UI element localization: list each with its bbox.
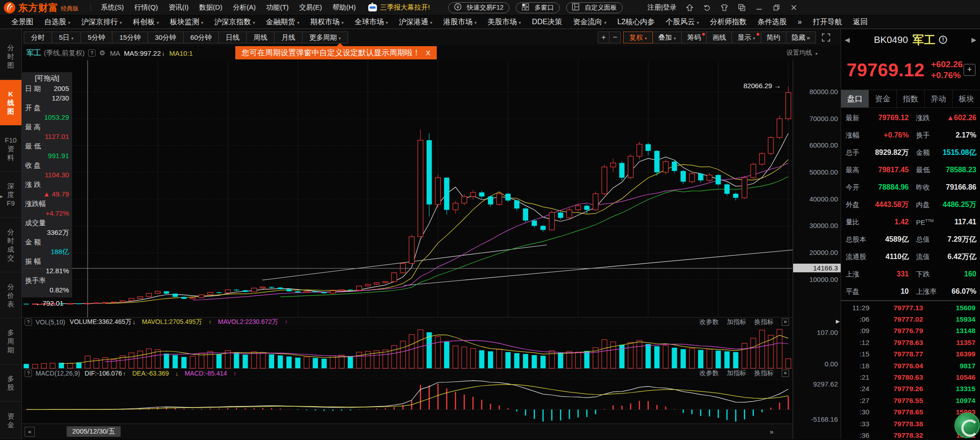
home-icon[interactable]: [686, 4, 694, 11]
indicator-action-0[interactable]: 改参数: [699, 318, 719, 326]
control-简约[interactable]: 简约: [761, 32, 786, 43]
indicator-action-1[interactable]: 加指标: [727, 369, 746, 377]
floating-widget-icon[interactable]: [954, 413, 980, 438]
volume-chart[interactable]: [22, 327, 793, 369]
nav-item-8[interactable]: 全球市场▾: [355, 17, 388, 27]
kline-chart[interactable]: [可拖动] 日 期200512/30开 盘1053.29最 高1127.01最 …: [22, 60, 793, 317]
nav-item-2[interactable]: 沪深京排行▾: [81, 17, 122, 27]
sidebar-tab-1[interactable]: K线图: [0, 80, 21, 126]
nav-item-18[interactable]: »: [798, 18, 802, 26]
pill-custom-panel[interactable]: 自定义面板: [566, 2, 623, 13]
sidebar-tab-5[interactable]: 分价表: [0, 272, 21, 318]
add-to-watchlist-button[interactable]: +: [964, 64, 975, 76]
sidebar-tab-7[interactable]: 多股: [0, 365, 21, 402]
sidebar-tab-0[interactable]: 分时图: [0, 34, 21, 80]
control-画线[interactable]: 画线: [706, 32, 732, 43]
close-icon[interactable]: [790, 4, 798, 11]
quote-tab-盘口[interactable]: 盘口: [841, 90, 869, 107]
menu-item-3[interactable]: 数据(D): [199, 3, 222, 12]
indicator-action-2[interactable]: 换指标: [754, 318, 773, 326]
menu-item-2[interactable]: 资讯(I): [169, 3, 189, 12]
fullscreen-button[interactable]: [820, 32, 832, 43]
tick-list[interactable]: 11:2979777.1315609:0679777.0215934:09797…: [841, 301, 980, 439]
info-icon[interactable]: !: [939, 36, 947, 44]
nav-item-4[interactable]: 板块监测▾: [170, 17, 203, 27]
close-icon[interactable]: ✕: [782, 370, 789, 377]
nav-item-7[interactable]: 期权市场▾: [310, 17, 344, 27]
nav-item-15[interactable]: 个股风云▾: [666, 17, 699, 27]
period-button-8[interactable]: 月线: [274, 32, 302, 43]
ma-settings-link[interactable]: 设置均线 ▸: [787, 49, 818, 57]
menu-item-5[interactable]: 功能(T): [266, 3, 289, 12]
window-icon[interactable]: [738, 4, 746, 11]
ohlc-hint-panel[interactable]: [可拖动] 日 期200512/30开 盘1053.29最 高1127.01最 …: [22, 72, 72, 297]
indicator-action-1[interactable]: 加指标: [727, 318, 746, 326]
zoom-out-button[interactable]: −: [609, 32, 621, 43]
close-icon[interactable]: ✕: [782, 318, 789, 326]
menu-item-1[interactable]: 行情(Q): [134, 3, 158, 12]
pill-multi-window[interactable]: 多窗口: [516, 2, 560, 13]
period-button-9[interactable]: 更多周期▾: [302, 32, 348, 43]
menu-item-4[interactable]: 分析(A): [233, 3, 256, 12]
minimize-icon[interactable]: [755, 4, 763, 11]
nav-item-17[interactable]: 条件选股: [758, 17, 787, 27]
menu-item-0[interactable]: 系统(S): [101, 3, 124, 12]
nav-item-1[interactable]: 自选股▾: [44, 17, 70, 27]
nav-item-13[interactable]: 资金流向▾: [573, 17, 606, 27]
gear-icon[interactable]: ⚙: [99, 49, 105, 57]
nav-item-20[interactable]: 返回: [853, 17, 868, 27]
period-button-4[interactable]: 30分钟: [148, 32, 184, 43]
announcement-link[interactable]: 三季报大幕拉开!: [380, 3, 430, 12]
nav-item-16[interactable]: 分析师指数: [710, 17, 747, 27]
restore-icon[interactable]: [773, 4, 780, 11]
control-隐藏[interactable]: 隐藏»: [786, 32, 816, 43]
nav-item-5[interactable]: 沪深京指数▾: [214, 17, 255, 27]
help-icon[interactable]: ?: [25, 370, 32, 377]
quote-tab-资金[interactable]: 资金: [869, 90, 897, 107]
macd-chart[interactable]: [22, 378, 793, 424]
close-icon[interactable]: X: [426, 49, 430, 57]
menu-item-6[interactable]: 交易(E): [299, 3, 322, 12]
nav-item-12[interactable]: DDE决策: [532, 17, 562, 27]
help-icon[interactable]: ?: [88, 49, 95, 57]
panel-expand-handle[interactable]: ▶: [836, 318, 840, 324]
sidebar-tab-6[interactable]: 多周期: [0, 318, 21, 365]
next-stock-icon[interactable]: ▶: [971, 36, 976, 43]
skin-icon[interactable]: [720, 4, 728, 11]
period-button-0[interactable]: 分时: [24, 32, 52, 43]
nav-item-10[interactable]: 港股市场▾: [443, 17, 477, 27]
indicator-action-2[interactable]: 换指标: [754, 369, 773, 377]
sidebar-tab-8[interactable]: 资金: [0, 402, 21, 439]
login-link[interactable]: 注册|登录: [647, 3, 677, 12]
indicator-action-0[interactable]: 改参数: [699, 369, 719, 377]
help-icon[interactable]: ?: [25, 318, 32, 326]
nav-item-19[interactable]: 打开导航: [813, 17, 842, 27]
sidebar-collapse-handle[interactable]: ▸: [0, 193, 3, 200]
quote-tab-板块[interactable]: 板块: [953, 90, 980, 107]
pill-yen-circle[interactable]: ¥快速交易F12: [448, 2, 509, 13]
sidebar-tab-3[interactable]: 深度F9: [0, 172, 21, 218]
undo-icon[interactable]: [703, 4, 711, 11]
period-button-7[interactable]: 周线: [246, 32, 275, 43]
nav-item-9[interactable]: 沪深港通▾: [399, 17, 432, 27]
nav-item-0[interactable]: 全景图: [11, 17, 33, 27]
control-筹码[interactable]: 筹码: [681, 32, 707, 43]
period-button-6[interactable]: 日线: [218, 32, 247, 43]
sidebar-tab-2[interactable]: F10资料: [0, 126, 21, 172]
scroll-left-button[interactable]: «: [25, 427, 35, 437]
nav-item-3[interactable]: 科创板▾: [133, 17, 159, 27]
nav-item-14[interactable]: L2核心内参: [617, 17, 655, 27]
quote-tab-异动[interactable]: 异动: [925, 90, 953, 107]
control-叠加[interactable]: 叠加▾: [652, 32, 682, 43]
period-button-1[interactable]: 5日▾: [52, 32, 81, 43]
quote-tab-指数[interactable]: 指数: [897, 90, 925, 107]
period-button-2[interactable]: 5分钟: [80, 32, 112, 43]
period-tip-notification[interactable]: 您可在周期设置弹窗中自定义设定默认显示周期啦！X: [235, 46, 437, 59]
prev-stock-icon[interactable]: ◀: [845, 36, 850, 43]
nav-item-11[interactable]: 美股市场▾: [487, 17, 521, 27]
sidebar-tab-4[interactable]: 分时成交: [0, 218, 21, 273]
zoom-in-button[interactable]: +: [598, 32, 609, 43]
control-复权[interactable]: 复权▾: [623, 32, 653, 43]
scroll-right-button[interactable]: »: [770, 428, 773, 435]
menu-item-7[interactable]: 帮助(H): [333, 3, 356, 12]
